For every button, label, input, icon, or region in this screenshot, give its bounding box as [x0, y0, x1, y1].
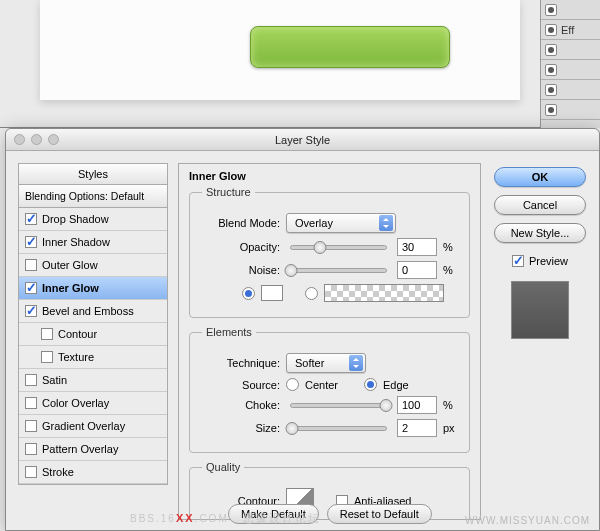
style-label: Satin: [42, 374, 67, 386]
style-row-color-overlay[interactable]: Color Overlay: [19, 392, 167, 415]
size-input[interactable]: 2: [397, 419, 437, 437]
blending-options-row[interactable]: Blending Options: Default: [19, 185, 167, 208]
style-checkbox[interactable]: [25, 443, 37, 455]
source-label: Source:: [202, 379, 280, 391]
preview-swatch: [511, 281, 569, 339]
noise-label: Noise:: [202, 264, 280, 276]
style-checkbox[interactable]: [25, 282, 37, 294]
size-label: Size:: [202, 422, 280, 434]
style-checkbox[interactable]: [41, 351, 53, 363]
choke-label: Choke:: [202, 399, 280, 411]
style-checkbox[interactable]: [25, 305, 37, 317]
noise-slider[interactable]: [290, 268, 387, 273]
minimize-icon[interactable]: [31, 134, 42, 145]
color-radio[interactable]: [242, 287, 255, 300]
blend-mode-select[interactable]: Overlay: [286, 213, 396, 233]
visibility-eye-icon[interactable]: [545, 4, 557, 16]
style-label: Stroke: [42, 466, 74, 478]
layers-panel: Eff: [540, 0, 600, 128]
percent-unit: %: [443, 241, 457, 253]
style-label: Contour: [58, 328, 97, 340]
style-label: Inner Glow: [42, 282, 99, 294]
quality-legend: Quality: [202, 461, 244, 473]
source-center-radio[interactable]: [286, 378, 299, 391]
reset-default-button[interactable]: Reset to Default: [327, 504, 432, 524]
style-checkbox[interactable]: [25, 213, 37, 225]
structure-legend: Structure: [202, 186, 255, 198]
style-row-inner-shadow[interactable]: Inner Shadow: [19, 231, 167, 254]
style-checkbox[interactable]: [25, 259, 37, 271]
style-checkbox[interactable]: [25, 420, 37, 432]
opacity-input[interactable]: 30: [397, 238, 437, 256]
layers-row[interactable]: [541, 0, 600, 20]
px-unit: px: [443, 422, 457, 434]
source-edge-label: Edge: [383, 379, 409, 391]
blend-mode-label: Blend Mode:: [202, 217, 280, 229]
layer-style-dialog: Layer Style Styles Blending Options: Def…: [5, 128, 600, 531]
canvas-document: [40, 0, 520, 100]
choke-input[interactable]: 100: [397, 396, 437, 414]
dropdown-arrows-icon: [349, 355, 363, 371]
layers-row[interactable]: [541, 40, 600, 60]
style-checkbox[interactable]: [25, 374, 37, 386]
watermark-url: WWW.MISSYUAN.COM: [465, 515, 590, 526]
style-checkbox[interactable]: [25, 236, 37, 248]
style-row-contour[interactable]: Contour: [19, 323, 167, 346]
visibility-eye-icon[interactable]: [545, 64, 557, 76]
style-label: Bevel and Emboss: [42, 305, 134, 317]
dialog-titlebar[interactable]: Layer Style: [6, 129, 599, 151]
source-edge-radio[interactable]: [364, 378, 377, 391]
visibility-eye-icon[interactable]: [545, 24, 557, 36]
color-swatch[interactable]: [261, 285, 283, 301]
style-checkbox[interactable]: [41, 328, 53, 340]
elements-group: Elements Technique: Softer Source: Cente…: [189, 326, 470, 453]
window-traffic-lights: [14, 134, 59, 145]
style-row-bevel-and-emboss[interactable]: Bevel and Emboss: [19, 300, 167, 323]
style-label: Color Overlay: [42, 397, 109, 409]
gradient-swatch[interactable]: [324, 284, 444, 302]
elements-legend: Elements: [202, 326, 256, 338]
visibility-eye-icon[interactable]: [545, 84, 557, 96]
style-label: Outer Glow: [42, 259, 98, 271]
new-style-button[interactable]: New Style...: [494, 223, 586, 243]
close-icon[interactable]: [14, 134, 25, 145]
dialog-title: Layer Style: [275, 134, 330, 146]
ok-button[interactable]: OK: [494, 167, 586, 187]
style-row-gradient-overlay[interactable]: Gradient Overlay: [19, 415, 167, 438]
layer-label: Eff: [561, 24, 574, 36]
style-label: Drop Shadow: [42, 213, 109, 225]
layers-row[interactable]: [541, 60, 600, 80]
green-button-shape: [250, 26, 450, 68]
style-row-satin[interactable]: Satin: [19, 369, 167, 392]
panel-title: Inner Glow: [189, 170, 470, 182]
style-row-drop-shadow[interactable]: Drop Shadow: [19, 208, 167, 231]
choke-slider[interactable]: [290, 403, 387, 408]
preview-checkbox[interactable]: [512, 255, 524, 267]
layers-row[interactable]: [541, 100, 600, 120]
gradient-radio[interactable]: [305, 287, 318, 300]
style-checkbox[interactable]: [25, 397, 37, 409]
structure-group: Structure Blend Mode: Overlay Opacity: 3…: [189, 186, 470, 318]
layers-row[interactable]: Eff: [541, 20, 600, 40]
style-label: Gradient Overlay: [42, 420, 125, 432]
technique-label: Technique:: [202, 357, 280, 369]
style-row-texture[interactable]: Texture: [19, 346, 167, 369]
technique-select[interactable]: Softer: [286, 353, 366, 373]
cancel-button[interactable]: Cancel: [494, 195, 586, 215]
style-row-pattern-overlay[interactable]: Pattern Overlay: [19, 438, 167, 461]
size-slider[interactable]: [290, 426, 387, 431]
opacity-slider[interactable]: [290, 245, 387, 250]
source-center-label: Center: [305, 379, 338, 391]
style-row-outer-glow[interactable]: Outer Glow: [19, 254, 167, 277]
visibility-eye-icon[interactable]: [545, 44, 557, 56]
style-row-stroke[interactable]: Stroke: [19, 461, 167, 484]
styles-header[interactable]: Styles: [19, 164, 167, 185]
zoom-icon[interactable]: [48, 134, 59, 145]
visibility-eye-icon[interactable]: [545, 104, 557, 116]
noise-input[interactable]: 0: [397, 261, 437, 279]
style-row-inner-glow[interactable]: Inner Glow: [19, 277, 167, 300]
style-checkbox[interactable]: [25, 466, 37, 478]
style-label: Texture: [58, 351, 94, 363]
layers-row[interactable]: [541, 80, 600, 100]
settings-panel: Inner Glow Structure Blend Mode: Overlay…: [178, 163, 481, 520]
